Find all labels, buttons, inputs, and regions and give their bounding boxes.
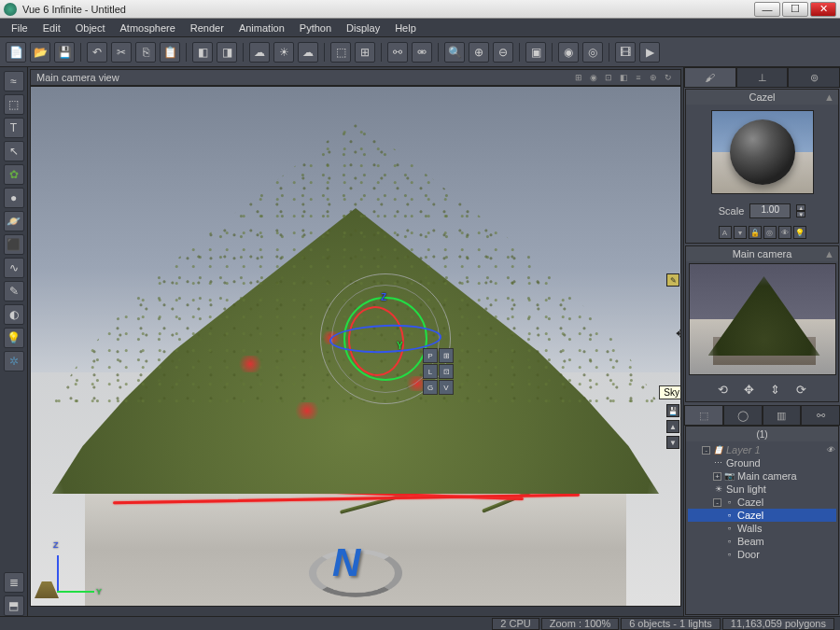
link-icon[interactable]: ⚯ (387, 42, 408, 63)
up-arrow-icon[interactable]: ▲ (666, 420, 679, 433)
layers-icon[interactable]: ≣ (4, 572, 24, 593)
tab-library-icon[interactable]: ▥ (763, 405, 802, 426)
import-icon[interactable]: ⬒ (4, 595, 24, 616)
cube-icon[interactable]: ◧ (192, 42, 213, 63)
unlink-icon[interactable]: ⚮ (412, 42, 432, 63)
maximize-button[interactable]: ☐ (782, 2, 808, 17)
tree-item[interactable]: ▫Walls (688, 522, 836, 535)
atmosphere-icon[interactable]: ☁ (249, 42, 270, 63)
down-arrow-icon[interactable]: ▼ (666, 436, 679, 449)
tree-item[interactable]: ☀Sun light (688, 483, 836, 496)
terrain-icon[interactable]: ⬚ (4, 94, 24, 115)
box-icon[interactable]: ⬚ (330, 42, 351, 63)
eyedropper-icon[interactable]: ✎ (666, 273, 679, 287)
brush-icon[interactable]: ✎ (4, 281, 24, 301)
tab-objects-icon[interactable]: ⬚ (684, 405, 723, 426)
menu-edit[interactable]: Edit (35, 21, 68, 35)
mt-eye-icon[interactable]: 👁 (778, 226, 791, 239)
tree-item[interactable]: ⋯Ground (688, 456, 836, 469)
light-icon[interactable]: 💡 (4, 328, 24, 348)
vp-tool-icon[interactable]: ⊕ (647, 71, 660, 84)
undo-icon[interactable]: ↶ (87, 42, 107, 63)
water-icon[interactable]: ≈ (4, 71, 24, 91)
menu-atmosphere[interactable]: Atmosphere (113, 21, 183, 35)
tree-toggle[interactable]: + (713, 472, 721, 481)
tab-materials-icon[interactable]: ◯ (723, 405, 763, 426)
select-icon[interactable]: ▣ (525, 42, 546, 63)
mt-target-icon[interactable]: ◎ (763, 226, 777, 239)
new-icon[interactable]: 📄 (6, 42, 26, 63)
search-icon[interactable]: 🔍 (444, 42, 465, 63)
orbit-icon[interactable]: ⟲ (715, 381, 732, 398)
menu-display[interactable]: Display (339, 21, 387, 35)
gizmo-mode-button[interactable]: ⊡ (439, 364, 454, 379)
tree-item[interactable]: ▫Door (688, 548, 836, 561)
sun-icon[interactable]: ☀ (273, 42, 294, 63)
save-icon[interactable]: 💾 (54, 42, 75, 63)
copy-icon[interactable]: ⎘ (135, 42, 156, 63)
zoom-in-icon[interactable]: ⊕ (469, 42, 489, 63)
film-icon[interactable]: 🎞 (615, 42, 636, 63)
gizmo-mode-button[interactable]: V (439, 380, 454, 395)
dolly-icon[interactable]: ⇕ (767, 381, 784, 398)
viewport-3d[interactable]: Z Y P ⊞ L ⊡ G V Z Y N (30, 86, 681, 607)
cut-icon[interactable]: ✂ (111, 42, 132, 63)
vp-tool-icon[interactable]: ⊡ (602, 71, 615, 84)
gizmo-mode-button[interactable]: ⊞ (439, 348, 454, 363)
vp-tool-icon[interactable]: ≡ (632, 71, 645, 84)
render-settings-icon[interactable]: ◎ (582, 42, 603, 63)
scale-up-button[interactable]: ▲ (796, 204, 805, 211)
mt-dropdown-icon[interactable]: ▾ (734, 226, 747, 239)
tab-brush-icon[interactable]: 🖌 (684, 67, 736, 88)
gizmo-mode-button[interactable]: G (423, 380, 438, 395)
vp-tool-icon[interactable]: ◧ (617, 71, 630, 84)
paste-icon[interactable]: 📋 (160, 42, 180, 63)
tree-item[interactable]: -▫Cazel (688, 496, 836, 509)
tree-toggle[interactable]: - (702, 446, 710, 455)
tab-numeric-icon[interactable]: ⊚ (788, 67, 840, 88)
vp-tool-icon[interactable]: ◉ (587, 71, 600, 84)
camera-preview[interactable] (689, 263, 836, 375)
save-icon[interactable]: 💾 (666, 404, 679, 417)
cubes-icon[interactable]: ◨ (217, 42, 237, 63)
menu-file[interactable]: File (4, 21, 35, 35)
close-button[interactable]: ✕ (810, 2, 836, 17)
pan-icon[interactable]: ✥ (741, 381, 758, 398)
plant-icon[interactable]: ✿ (4, 164, 24, 185)
minimize-button[interactable]: — (754, 2, 780, 17)
primitive-icon[interactable]: ⬛ (4, 234, 24, 255)
tree-toggle[interactable]: - (713, 498, 721, 507)
tree-item[interactable]: -📋Layer 1👁 (688, 443, 836, 456)
mt-a-icon[interactable]: A (719, 226, 732, 239)
mt-lock-icon[interactable]: 🔒 (749, 226, 762, 239)
planet-icon[interactable]: 🪐 (4, 211, 24, 231)
tree-item[interactable]: +📷Main camera (688, 469, 836, 483)
text-icon[interactable]: T (4, 118, 24, 138)
tree-item[interactable]: ▫Beam (688, 535, 836, 548)
material-preview[interactable] (711, 110, 814, 194)
menu-animation[interactable]: Animation (231, 21, 292, 35)
tab-links-icon[interactable]: ⚯ (801, 405, 840, 426)
gizmo-mode-button[interactable]: P (423, 348, 438, 363)
vp-tool-icon[interactable]: ↻ (662, 71, 675, 84)
tree-item[interactable]: ▫Cazel (688, 509, 836, 522)
cloud-icon[interactable]: ☁ (298, 42, 318, 63)
menu-object[interactable]: Object (68, 21, 113, 35)
scale-input[interactable]: 1.00 (749, 203, 791, 218)
open-icon[interactable]: 📂 (30, 42, 50, 63)
dropper-icon[interactable]: ⊞ (355, 42, 375, 63)
drop-icon[interactable]: ◐ (4, 304, 24, 325)
vp-tool-icon[interactable]: ⊞ (572, 71, 585, 84)
render-icon[interactable]: ◉ (558, 42, 579, 63)
menu-render[interactable]: Render (183, 21, 231, 35)
pointer-icon[interactable]: ↖ (4, 141, 24, 161)
tab-aspect-icon[interactable]: ⊥ (736, 67, 789, 88)
fan-icon[interactable]: ✲ (4, 351, 24, 371)
rotate-icon[interactable]: ⟳ (793, 381, 810, 398)
gizmo-mode-button[interactable]: L (423, 364, 438, 379)
zoom-out-icon[interactable]: ⊖ (493, 42, 513, 63)
curve-icon[interactable]: ∿ (4, 258, 24, 278)
menu-help[interactable]: Help (387, 21, 424, 35)
menu-python[interactable]: Python (292, 21, 339, 35)
play-icon[interactable]: ▶ (639, 42, 660, 63)
